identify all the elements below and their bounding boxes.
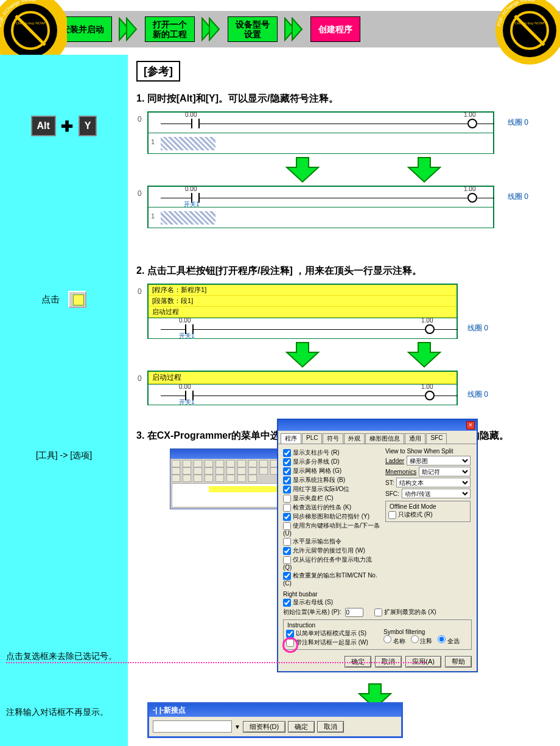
new-contact-title: -| |-新接点 (149, 704, 401, 717)
chk-show-with-comment[interactable]: 带注释对话框一起显示 (W) (286, 638, 377, 647)
tab-program[interactable]: 程序 (281, 433, 301, 444)
instruction-2: 2. 点击工具栏按钮[打开程序/段注释] ，用来在顶头一行显示注释。 (136, 265, 549, 277)
detail-button[interactable]: 细资料(D) (243, 721, 285, 733)
chk-multi-divider[interactable]: 显示多分界线 (D) (283, 458, 380, 466)
chk-red-io[interactable]: 用红字显示实际I/O位 (283, 485, 380, 493)
right-busbar-title: Right busbar (283, 591, 472, 598)
chk-arrow-nav[interactable]: 使用方向键移动到上一条/下一条 (U) (283, 521, 380, 537)
reference-title: [参考] (136, 61, 180, 82)
select-sfc[interactable]: 动作/传送 (402, 489, 471, 498)
plus-icon: ✚ (61, 118, 73, 134)
radio-name[interactable]: 名称 (383, 638, 405, 644)
svg-marker-5 (292, 18, 302, 40)
chk-allow-empty-ref[interactable]: 允许元留带的接过引用 (W) (283, 546, 380, 555)
arrow-down-icon (406, 156, 443, 183)
chk-dup-check[interactable]: 检查重复的输出和TIM/CNT No. (C) (283, 571, 380, 587)
ladder-diagram-1: 0 0.00 1.00 线圈 0 1 0 0.00 (147, 111, 549, 228)
step-device[interactable]: 设备型号 设置 (228, 16, 278, 42)
chk-simple-dialog[interactable]: 以简单对话框模式显示 (S) (286, 629, 377, 638)
chk-expand-widest[interactable]: 扩展到最宽的条 (X) (374, 608, 436, 616)
svg-marker-23 (287, 343, 318, 367)
result-tip: 注释输入对话框不再显示。 (0, 707, 128, 718)
svg-marker-21 (287, 158, 318, 182)
radio-comment[interactable]: 注释 (411, 638, 433, 644)
ladder-diagram-2: 0 [程序名：新程序1] [段落数：段1] 启动过程 0.00 开关1 1.00… (147, 284, 549, 405)
chk-running-only[interactable]: 仅从运行的任务中显示电力流 (Q) (283, 556, 380, 571)
menu-path-hint: [工具] -> [选项] (0, 450, 128, 461)
svg-marker-1 (127, 18, 136, 40)
svg-marker-24 (408, 343, 440, 367)
click-hint: 点击 (0, 291, 128, 308)
chevron-icon (118, 17, 139, 41)
tab-general[interactable]: 通用 (405, 433, 425, 444)
click-label: 点击 (41, 294, 60, 304)
close-icon[interactable]: × (466, 421, 475, 430)
help-button[interactable]: 帮助 (445, 656, 472, 668)
select-st[interactable]: 结构文本 (396, 478, 471, 487)
chk-hor-output[interactable]: 水平显示输出指令 (283, 537, 380, 546)
dialog-tabs[interactable]: 程序 PLC 符号 外观 梯形图信息 通用 SFC (278, 431, 477, 444)
coil-label: 线圈 0 (508, 192, 528, 202)
pointer-line (6, 662, 426, 663)
input-init-pos[interactable] (345, 608, 363, 617)
tab-ladder-info[interactable]: 梯形图信息 (365, 433, 404, 444)
chk-sys-comment[interactable]: 显示系统注释段 (B) (283, 476, 380, 484)
tab-appearance[interactable]: 外观 (344, 433, 365, 444)
offline-edit-group: Offline Edit Mode 只读模式 (R) (385, 501, 471, 522)
dialog-titlebar: × (278, 420, 477, 431)
chk-grid[interactable]: 显示网格 网格 (G) (283, 467, 380, 475)
chevron-icon (201, 17, 222, 41)
chk-readonly[interactable]: 只读模式 (R) (388, 511, 467, 519)
checkbox-tip: 点击复选框来去除已选记号。 (0, 651, 128, 662)
instruction-1: 1. 同时按[Alt]和[Y]。可以显示/隐藏符号注释。 (136, 92, 549, 105)
cancel-button[interactable]: 取消 (317, 721, 344, 733)
arrow-down-icon (284, 341, 321, 368)
svg-marker-3 (209, 18, 219, 40)
svg-marker-22 (408, 158, 440, 182)
chk-sync-cursor[interactable]: 同步梯形图和助记符指针 (Y) (283, 512, 380, 521)
svg-text:Click to buy NOW!: Click to buy NOW! (15, 21, 45, 25)
view-split-title: View to Show When Split (385, 448, 471, 455)
svg-text:Click to buy NOW!: Click to buy NOW! (514, 21, 544, 25)
checkbox-list: 显示支柱步号 (R) 显示多分界线 (D) 显示网格 网格 (G) 显示系统注释… (283, 448, 380, 587)
tab-symbol[interactable]: 符号 (323, 433, 343, 444)
coil-label: 线圈 0 (508, 117, 528, 128)
step-open-project[interactable]: 打开一个 新的工程 (145, 16, 195, 42)
options-dialog[interactable]: × 程序 PLC 符号 外观 梯形图信息 通用 SFC 显示支柱步号 (R) 显… (277, 419, 478, 672)
radio-all[interactable]: 全选 (438, 638, 460, 644)
new-contact-dialog[interactable]: -| |-新接点 ▼ 细资料(D) 确定 取消 (147, 702, 403, 738)
symbol-filter-title: Symbol filtering (383, 629, 460, 635)
chk-check-send[interactable]: 检查选送行的性条 (K) (283, 503, 380, 512)
ok-button[interactable]: 确定 (288, 721, 315, 733)
chk-rung-step[interactable]: 显示支柱步号 (R) (283, 448, 380, 457)
hotkey-hint: Alt ✚ Y (0, 116, 128, 136)
sidebar: Alt ✚ Y 点击 [工具] -> [选项] 点击复选框来去除已选记号。 注释… (0, 55, 128, 746)
toolbar-comment-icon[interactable] (68, 291, 86, 308)
select-ladder[interactable]: 梯形图 (407, 456, 471, 465)
arrow-down-icon (284, 156, 321, 183)
instruction-group: Instruction 以简单对话框模式显示 (S) 带注释对话框一起显示 (W… (283, 619, 472, 650)
chevron-icon (284, 17, 304, 41)
chk-show-rightbus[interactable]: 显示右母线 (S) (283, 598, 472, 607)
chk-clamp[interactable]: 显示夹盘栏 (C) (283, 494, 380, 503)
arrow-down-icon (406, 341, 443, 368)
key-y: Y (79, 116, 97, 136)
step-create-program[interactable]: 创建程序 (310, 16, 360, 42)
contact-address-input[interactable] (153, 720, 232, 733)
key-alt: Alt (31, 116, 56, 136)
breadcrumb-bar: 安装并启动 打开一个 新的工程 设备型号 设置 创建程序 (0, 11, 560, 47)
tab-plc[interactable]: PLC (302, 433, 322, 444)
tab-sfc[interactable]: SFC (426, 433, 447, 444)
select-mnemonics[interactable]: 助记符 (419, 467, 471, 476)
